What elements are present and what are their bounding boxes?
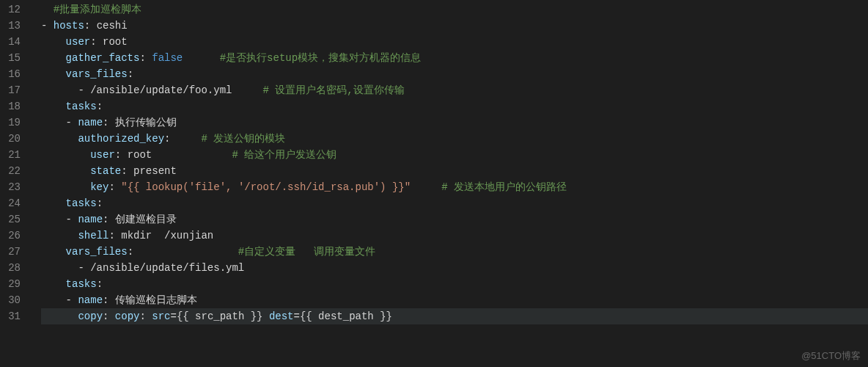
line-number: 16 (0, 66, 34, 82)
code-token: : (97, 101, 103, 112)
line-number: 28 (0, 260, 34, 276)
line-number: 22 (0, 163, 34, 179)
code-token: 创建巡检目录 (115, 214, 177, 225)
code-token (41, 36, 66, 48)
code-line[interactable]: state: present (41, 163, 868, 179)
code-area[interactable]: #批量添加巡检脚本- hosts: ceshi user: root gathe… (34, 1, 868, 324)
code-token: ={{ src_path }} (170, 310, 268, 322)
code-token (41, 181, 90, 193)
code-token: name (78, 294, 103, 306)
code-line[interactable]: authorized_key: # 发送公钥的模块 (41, 131, 868, 147)
code-token: 传输巡检日志脚本 (115, 294, 197, 306)
code-token: ceshi (97, 20, 128, 32)
line-number: 29 (0, 276, 34, 292)
code-line[interactable]: - name: 执行传输公钥 (41, 115, 868, 131)
code-token: - /ansible/update/foo.yml (41, 84, 262, 96)
code-line[interactable]: tasks: (41, 276, 868, 292)
line-number: 27 (0, 244, 34, 260)
code-token (41, 230, 78, 241)
code-line[interactable]: copy: copy: src={{ src_path }} dest={{ d… (41, 308, 868, 324)
code-line[interactable]: vars_files: (41, 66, 868, 82)
code-line[interactable]: - name: 创建巡检目录 (41, 211, 868, 228)
code-token (41, 52, 66, 64)
code-token: present (133, 165, 177, 177)
line-number: 18 (0, 98, 34, 115)
code-token: : (103, 310, 115, 322)
code-line[interactable]: - name: 传输巡检日志脚本 (41, 292, 868, 308)
code-token: state (90, 165, 121, 177)
code-line[interactable]: tasks: (41, 98, 868, 115)
code-token: shell (78, 230, 108, 241)
line-number: 31 (0, 308, 34, 324)
code-token (183, 52, 219, 64)
code-token: ={{ dest_path }} (294, 310, 392, 322)
code-token: : (121, 165, 133, 177)
code-token: false (152, 52, 183, 64)
code-line[interactable]: - /ansible/update/foo.yml # 设置用户名密码,设置你传… (41, 82, 868, 98)
code-token (41, 246, 66, 258)
code-token: #是否执行setup模块，搜集对方机器的信息 (220, 52, 421, 64)
code-token: : (139, 52, 152, 64)
watermark-text: @51CTO博客 (801, 349, 861, 363)
line-number: 25 (0, 211, 34, 228)
code-token (41, 133, 78, 145)
code-token: mkdir /xunjian (121, 230, 213, 241)
code-token: : (103, 214, 115, 225)
code-line[interactable]: #批量添加巡检脚本 (41, 1, 868, 18)
line-number: 14 (0, 34, 34, 50)
code-token: tasks (66, 197, 97, 209)
code-token: : (128, 68, 133, 80)
code-token: hosts (54, 20, 84, 32)
code-token: : (115, 149, 128, 161)
line-number: 17 (0, 82, 34, 98)
code-editor[interactable]: 1213141516171819202122232425262728293031… (0, 0, 868, 324)
code-line[interactable]: key: "{{ lookup('file', '/root/.ssh/id_r… (41, 179, 868, 195)
code-token: : (84, 20, 97, 32)
code-line[interactable]: user: root # 给这个用户发送公钥 (41, 147, 868, 163)
code-token: - (41, 20, 54, 32)
code-token: - (41, 294, 78, 306)
code-token: : (97, 278, 103, 290)
code-token: : (90, 36, 103, 48)
code-line[interactable]: vars_files: #自定义变量 调用变量文件 (41, 244, 868, 260)
code-token: : (103, 117, 115, 128)
code-line[interactable]: tasks: (41, 195, 868, 211)
code-token (41, 149, 90, 161)
code-token: vars_files (66, 246, 128, 258)
code-token: root (103, 36, 128, 48)
code-token: tasks (66, 278, 97, 290)
code-token: user (66, 36, 91, 48)
code-token: #批量添加巡检脚本 (54, 4, 141, 15)
code-token: root (128, 149, 232, 161)
code-token: 执行传输公钥 (115, 117, 177, 128)
code-token: : (103, 294, 115, 306)
code-token: - (41, 214, 78, 225)
code-token (411, 181, 441, 193)
code-token: : (108, 230, 121, 241)
code-token: - /ansible/update/files.yml (41, 262, 244, 274)
code-token: #自定义变量 调用变量文件 (238, 246, 376, 258)
code-token: : (128, 246, 133, 258)
code-token: authorized_key (78, 133, 164, 145)
line-number: 13 (0, 18, 34, 34)
code-line[interactable]: shell: mkdir /xunjian (41, 228, 868, 244)
code-token: # 发送本地用户的公钥路径 (441, 181, 567, 193)
code-token (133, 246, 238, 258)
code-line[interactable]: - hosts: ceshi (41, 18, 868, 34)
line-number: 19 (0, 115, 34, 131)
code-token: gather_facts (66, 52, 140, 64)
line-number: 21 (0, 147, 34, 163)
code-line[interactable]: gather_facts: false #是否执行setup模块，搜集对方机器的… (41, 50, 868, 66)
code-token (41, 4, 54, 15)
code-token: # 发送公钥的模块 (201, 133, 285, 145)
code-token: dest (269, 310, 294, 322)
line-number: 30 (0, 292, 34, 308)
code-token: # 设置用户名密码,设置你传输 (262, 84, 404, 96)
line-number: 23 (0, 179, 34, 195)
code-token: - (41, 117, 78, 128)
code-token: name (78, 117, 103, 128)
code-line[interactable]: - /ansible/update/files.yml (41, 260, 868, 276)
line-number: 15 (0, 50, 34, 66)
code-token: key (90, 181, 108, 193)
code-line[interactable]: user: root (41, 34, 868, 50)
